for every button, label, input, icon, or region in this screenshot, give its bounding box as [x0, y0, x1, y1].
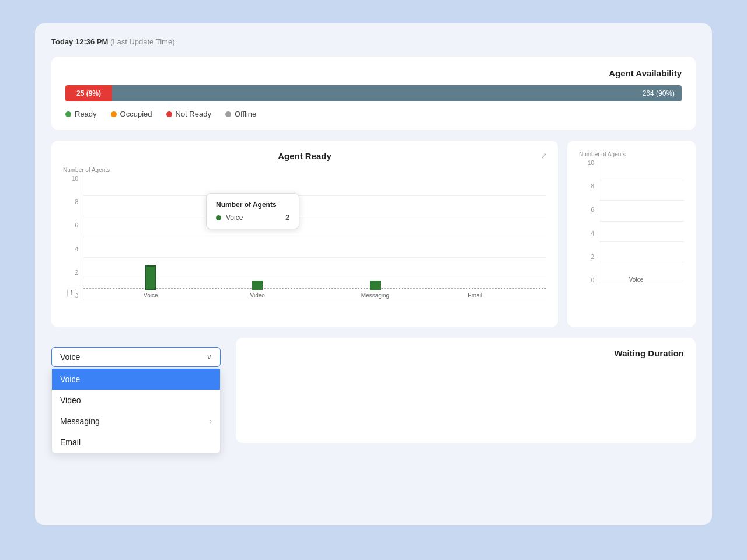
small-bar-voice: Voice — [629, 274, 643, 283]
main-container: Today 12:36 PM (Last Update Time) Agent … — [35, 23, 712, 525]
offline-label: Offline — [235, 110, 256, 118]
tooltip-dot — [216, 215, 221, 220]
dropdown-item-email[interactable]: Email — [52, 432, 220, 453]
small-chart-area: 10 8 6 4 2 0 Voice — [579, 160, 684, 300]
occupied-label: Occupied — [120, 110, 152, 118]
tooltip-title: Number of Agents — [216, 201, 289, 209]
availability-bar: 25 (9%) 264 (90%) — [65, 85, 682, 102]
chevron-right-icon: › — [210, 417, 212, 425]
waiting-title: Waiting Duration — [247, 348, 684, 358]
dropdown-selected: Voice — [60, 352, 80, 362]
small-chart-card: Number of Agents 10 8 6 4 2 0 — [567, 141, 696, 327]
y-6: 6 — [75, 222, 78, 229]
ready-dot — [65, 111, 71, 117]
agent-ready-chart-card: Agent Ready ⤢ Number of Agents 10 8 6 4 … — [51, 141, 558, 327]
small-y-axis: 10 8 6 4 2 0 — [579, 160, 596, 284]
tooltip-voice-label: Voice — [226, 214, 281, 222]
small-y-label: Number of Agents — [579, 151, 684, 158]
bar-video[interactable]: Video — [250, 281, 264, 299]
offline-dot — [225, 111, 231, 117]
voice-bar — [145, 265, 156, 290]
availability-card: Agent Availability 25 (9%) 264 (90%) Rea… — [51, 57, 696, 130]
bar-red: 25 (9%) — [65, 85, 112, 102]
charts-row: Agent Ready ⤢ Number of Agents 10 8 6 4 … — [51, 141, 696, 327]
legend-not-ready: Not Ready — [166, 110, 211, 118]
waiting-duration-card: Waiting Duration — [236, 338, 696, 443]
occupied-dot — [111, 111, 117, 117]
bar-gray: 264 (90%) — [112, 85, 682, 102]
grid-4 — [83, 257, 546, 258]
video-bar — [252, 281, 263, 290]
chart-area: 10 8 6 4 2 0 1 — [63, 176, 546, 316]
chart-plot: 1 Voice Video Messaging — [83, 176, 546, 299]
dropdown-menu: Voice Video Messaging › Email — [51, 368, 221, 453]
bar-messaging[interactable]: Messaging — [361, 281, 389, 299]
tooltip-voice-value: 2 — [285, 214, 289, 222]
dropdown-container: Voice ∨ Voice Video Messaging › Ema — [51, 347, 221, 367]
not-ready-label: Not Ready — [176, 110, 211, 118]
small-chart-plot: Voice — [599, 160, 684, 284]
timestamp-bar: Today 12:36 PM (Last Update Time) — [51, 37, 696, 46]
legend-offline: Offline — [225, 110, 256, 118]
y-8: 8 — [75, 199, 78, 205]
y-4: 4 — [75, 246, 78, 253]
small-voice-label: Voice — [629, 276, 643, 283]
voice-label: Voice — [144, 292, 158, 299]
chevron-down-icon: ∨ — [207, 353, 212, 361]
y-axis: 10 8 6 4 2 0 — [63, 176, 81, 299]
video-label: Video — [250, 292, 264, 299]
grid-8 — [83, 216, 546, 216]
bar-voice[interactable]: Voice — [144, 265, 158, 299]
ready-label: Ready — [75, 110, 97, 118]
agent-ready-title: Agent Ready — [63, 151, 546, 161]
chart-tooltip: Number of Agents Voice 2 — [206, 193, 299, 229]
dropdown-item-voice[interactable]: Voice — [52, 369, 220, 390]
messaging-bar — [370, 281, 381, 290]
grid-10 — [83, 195, 546, 196]
dashed-label: 1 — [67, 289, 76, 298]
timestamp-value: Today 12:36 PM — [51, 37, 108, 46]
availability-title: Agent Availability — [65, 68, 682, 78]
y-10: 10 — [72, 176, 78, 182]
legend: Ready Occupied Not Ready Offline — [65, 110, 682, 118]
tooltip-voice-row: Voice 2 — [216, 214, 289, 222]
messaging-label: Messaging — [361, 292, 389, 299]
y-2: 2 — [75, 270, 78, 276]
email-label: Email — [467, 292, 482, 299]
dropdown-trigger[interactable]: Voice ∨ — [51, 347, 221, 367]
legend-ready: Ready — [65, 110, 97, 118]
legend-occupied: Occupied — [111, 110, 152, 118]
dropdown-item-video[interactable]: Video — [52, 390, 220, 411]
dropdown-area: Voice ∨ Voice Video Messaging › Ema — [51, 338, 226, 443]
bottom-section: Voice ∨ Voice Video Messaging › Ema — [51, 338, 696, 443]
y-axis-label: Number of Agents — [63, 167, 546, 173]
not-ready-dot — [166, 111, 172, 117]
bar-email[interactable]: Email — [467, 290, 482, 299]
dropdown-item-messaging[interactable]: Messaging › — [52, 411, 220, 432]
grid-6 — [83, 237, 546, 237]
expand-icon[interactable]: ⤢ — [540, 151, 547, 160]
timestamp-suffix: (Last Update Time) — [110, 37, 175, 46]
